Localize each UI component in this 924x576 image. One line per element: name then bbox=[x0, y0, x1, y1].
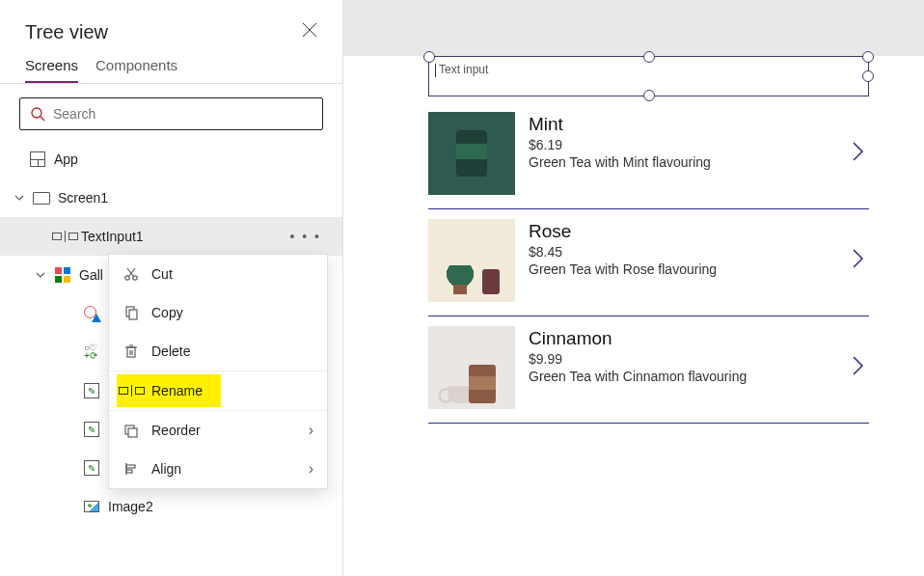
selection-handle[interactable] bbox=[862, 70, 874, 82]
cut-icon bbox=[122, 265, 140, 283]
product-price: $6.19 bbox=[529, 137, 838, 152]
menu-label: Delete bbox=[151, 343, 190, 359]
tree-label: App bbox=[54, 151, 78, 167]
more-options-button[interactable]: • • • bbox=[290, 229, 331, 244]
menu-cut[interactable]: Cut bbox=[109, 255, 327, 293]
reorder-icon bbox=[122, 422, 140, 439]
rename-icon bbox=[122, 382, 140, 399]
tree-label: Gall bbox=[79, 267, 103, 283]
product-title: Rose bbox=[529, 221, 838, 242]
align-icon bbox=[122, 460, 140, 478]
svg-rect-18 bbox=[126, 465, 135, 468]
tree-label: Image2 bbox=[108, 499, 153, 514]
gallery-control: Mint $6.19 Green Tea with Mint flavourin… bbox=[428, 102, 869, 424]
menu-label: Rename bbox=[151, 383, 203, 398]
menu-align[interactable]: Align › bbox=[109, 450, 327, 488]
svg-rect-9 bbox=[129, 310, 137, 319]
chevron-right-icon[interactable] bbox=[852, 355, 869, 381]
menu-rename[interactable]: Rename bbox=[117, 374, 221, 407]
screen-artboard: Text input Mint $6.19 Green Tea with Min… bbox=[343, 56, 924, 576]
menu-reorder[interactable]: Reorder › bbox=[109, 411, 327, 450]
textinput-placeholder: Text input bbox=[435, 63, 488, 77]
product-image bbox=[428, 112, 515, 195]
context-menu: Cut Copy Delete Rename Reorder › Alig bbox=[108, 254, 328, 489]
edit-icon bbox=[83, 459, 100, 477]
search-box[interactable] bbox=[19, 97, 323, 130]
tree-node-image2[interactable]: Image2 bbox=[0, 487, 342, 526]
tab-components[interactable]: Components bbox=[95, 57, 177, 83]
design-canvas: Text input Mint $6.19 Green Tea with Min… bbox=[343, 0, 924, 576]
image-icon bbox=[83, 498, 100, 515]
svg-line-3 bbox=[41, 117, 44, 121]
svg-point-2 bbox=[32, 108, 41, 118]
shape-icon bbox=[83, 305, 100, 322]
screen-icon bbox=[33, 189, 50, 206]
chevron-right-icon[interactable] bbox=[852, 248, 869, 274]
menu-delete[interactable]: Delete bbox=[109, 332, 327, 370]
product-image bbox=[428, 219, 515, 302]
product-desc: Green Tea with Cinnamon flavouring bbox=[529, 369, 838, 384]
chevron-right-icon: › bbox=[309, 422, 313, 439]
textinput-control-selected[interactable]: Text input bbox=[428, 56, 869, 96]
app-icon bbox=[29, 151, 46, 168]
edit-icon bbox=[83, 382, 100, 399]
product-price: $8.45 bbox=[529, 244, 838, 260]
menu-label: Reorder bbox=[151, 423, 201, 438]
gallery-item[interactable]: Cinnamon $9.99 Green Tea with Cinnamon f… bbox=[428, 316, 869, 424]
tab-screens[interactable]: Screens bbox=[25, 57, 78, 83]
svg-line-7 bbox=[127, 268, 134, 277]
tree-label: Screen1 bbox=[58, 190, 108, 206]
copy-icon bbox=[122, 304, 140, 321]
selection-handle[interactable] bbox=[643, 90, 655, 101]
product-image bbox=[428, 326, 515, 409]
product-title: Mint bbox=[529, 114, 838, 135]
chevron-right-icon[interactable] bbox=[852, 141, 869, 167]
tree-node-textinput1[interactable]: TextInput1 • • • bbox=[0, 217, 342, 256]
chevron-down-icon[interactable] bbox=[35, 270, 46, 280]
tree-node-app[interactable]: App bbox=[0, 140, 342, 178]
close-icon[interactable] bbox=[302, 22, 317, 42]
chevron-right-icon: › bbox=[309, 460, 313, 478]
menu-copy[interactable]: Copy bbox=[109, 293, 327, 332]
chevron-down-icon[interactable] bbox=[14, 193, 25, 203]
textinput-icon bbox=[56, 228, 73, 245]
menu-label: Copy bbox=[151, 305, 183, 320]
panel-title: Tree view bbox=[25, 21, 108, 43]
product-price: $9.99 bbox=[529, 351, 838, 367]
menu-label: Align bbox=[151, 461, 181, 477]
product-desc: Green Tea with Mint flavouring bbox=[529, 154, 838, 170]
search-icon bbox=[30, 106, 45, 122]
menu-label: Cut bbox=[151, 266, 173, 282]
tree-label: TextInput1 bbox=[81, 229, 144, 244]
gallery-icon bbox=[54, 266, 71, 284]
edit-icon bbox=[83, 421, 100, 438]
gallery-item[interactable]: Rose $8.45 Green Tea with Rose flavourin… bbox=[428, 209, 869, 316]
gallery-item[interactable]: Mint $6.19 Green Tea with Mint flavourin… bbox=[428, 102, 869, 209]
svg-rect-10 bbox=[127, 347, 135, 357]
delete-icon bbox=[122, 343, 140, 360]
selection-handle[interactable] bbox=[423, 51, 435, 63]
svg-line-6 bbox=[129, 268, 136, 277]
panel-tabs: Screens Components bbox=[0, 57, 342, 84]
selection-handle[interactable] bbox=[643, 51, 655, 63]
product-desc: Green Tea with Rose flavouring bbox=[529, 261, 838, 277]
selection-handle[interactable] bbox=[862, 51, 874, 63]
icons-icon bbox=[83, 343, 100, 361]
search-input[interactable] bbox=[53, 106, 313, 122]
tree-node-screen1[interactable]: Screen1 bbox=[0, 178, 342, 217]
svg-rect-16 bbox=[128, 428, 137, 437]
product-title: Cinnamon bbox=[529, 328, 838, 349]
svg-rect-19 bbox=[126, 470, 132, 473]
